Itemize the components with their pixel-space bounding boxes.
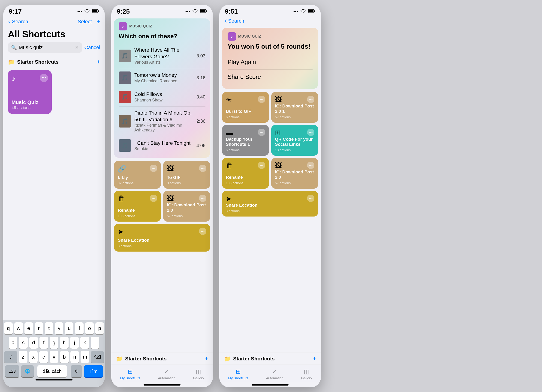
song-thumb-2: 🎵: [119, 71, 131, 84]
tab-automation-3[interactable]: ✓ Automation: [266, 368, 283, 380]
wifi-icon-3: [301, 9, 306, 14]
key-p[interactable]: p: [95, 322, 104, 334]
shortcut-more-button[interactable]: •••: [40, 74, 48, 82]
tab-gallery-3[interactable]: ◫ Gallery: [301, 368, 312, 380]
sc-location3-actions: 3 actions: [226, 209, 314, 213]
sc-card-backup[interactable]: ▬••• Backup Your Shortcuts 16 actions: [222, 125, 269, 156]
sc-burst-more[interactable]: •••: [258, 96, 265, 103]
search-input-wrap[interactable]: 🔍 Music quiz ✕: [8, 42, 82, 53]
add-button-1[interactable]: +: [97, 18, 100, 25]
key-backspace[interactable]: ⌫: [91, 351, 104, 363]
key-v[interactable]: v: [50, 351, 58, 363]
sc-card-location3[interactable]: ➤••• Share Location3 actions: [222, 191, 318, 217]
sc-bitly-more[interactable]: •••: [150, 165, 157, 172]
sc-card-location[interactable]: ➤••• Share Location3 actions: [114, 224, 210, 252]
key-j[interactable]: j: [70, 337, 79, 349]
search-cancel-button[interactable]: Cancel: [85, 44, 100, 51]
sc-ig203-more[interactable]: •••: [307, 162, 314, 169]
sc-ig203-name: IG: Download Post 2.0: [275, 170, 314, 180]
mq-share-score[interactable]: Share Score: [228, 70, 313, 84]
sc-card-rename3[interactable]: 🗑••• Rename106 actions: [222, 158, 269, 189]
ss-plus-3[interactable]: +: [313, 355, 316, 362]
section-add-button[interactable]: +: [97, 58, 100, 65]
sc-ig20-icon: 🖼: [167, 195, 174, 202]
sc-card-ig203[interactable]: 🖼••• IG: Download Post 2.057 actions: [271, 158, 318, 189]
sc-ig201-more[interactable]: •••: [307, 96, 314, 103]
tab-my-shortcuts-2[interactable]: ⊞ My Shortcuts: [120, 368, 140, 380]
key-f[interactable]: f: [39, 337, 48, 349]
key-i[interactable]: i: [75, 322, 84, 334]
shortcut-card-music-quiz[interactable]: ♪ ••• Music Quiz 49 actions: [8, 70, 52, 114]
key-shift[interactable]: ⇧: [4, 351, 17, 363]
home-indicator-2: [144, 384, 180, 386]
sc-qr-more[interactable]: •••: [307, 129, 314, 136]
key-q[interactable]: q: [4, 322, 13, 334]
sc-card-qr[interactable]: ⊞••• QR Code For your Social Links13 act…: [271, 125, 318, 156]
key-m[interactable]: m: [81, 351, 89, 363]
key-d[interactable]: d: [29, 337, 38, 349]
key-h[interactable]: h: [60, 337, 69, 349]
sc-rename3-actions: 106 actions: [226, 181, 265, 185]
folder-icon: 📁: [8, 59, 15, 65]
sc-card-ig201[interactable]: 🖼••• IG: Download Post 2.0 157 actions: [271, 92, 318, 123]
key-b[interactable]: b: [60, 351, 69, 363]
tab-automation-2[interactable]: ✓ Automation: [158, 368, 175, 380]
sc-card-ig20[interactable]: 🖼••• IG: Download Post 2.057 actions: [163, 191, 210, 222]
sc-location-more[interactable]: •••: [199, 228, 206, 235]
search-input[interactable]: Music quiz: [19, 44, 73, 51]
key-w[interactable]: w: [14, 322, 23, 334]
ss-folder-icon-3: 📁: [224, 355, 231, 362]
key-search[interactable]: Tìm: [84, 365, 103, 377]
key-n[interactable]: n: [70, 351, 79, 363]
sc-bitly-name: bit.ly: [118, 175, 157, 180]
key-space[interactable]: dấu cách: [37, 365, 67, 377]
key-o[interactable]: o: [85, 322, 94, 334]
song-item-3[interactable]: 🎵 Cold Pillows Shannon Shaw 3:40: [119, 87, 206, 106]
key-z[interactable]: z: [19, 351, 27, 363]
key-s[interactable]: s: [19, 337, 27, 349]
sc-card-burst[interactable]: ☀••• Burst to GIF6 actions: [222, 92, 269, 123]
sc-togif-more[interactable]: •••: [199, 165, 206, 172]
key-t[interactable]: t: [45, 322, 53, 334]
sc-ig201-name: IG: Download Post 2.0 1: [275, 104, 314, 114]
sc-rename-icon: 🗑: [118, 195, 125, 202]
song-item-5[interactable]: 🎵 I Can't Stay Here Tonight Smokie 4:06: [119, 136, 206, 155]
back-button-3[interactable]: Search: [224, 18, 244, 24]
sc-ig20-more[interactable]: •••: [199, 195, 206, 202]
keyboard: q w e r t y u i o p a s d f g h j k l ⇧ …: [3, 320, 105, 387]
wifi-icon-2: [193, 9, 198, 14]
key-g[interactable]: g: [50, 337, 58, 349]
ss-plus-2[interactable]: +: [205, 355, 208, 362]
key-u[interactable]: u: [65, 322, 73, 334]
song-item-1[interactable]: 🎵 Where Have All The Flowers Gone? Vario…: [119, 44, 206, 68]
sc-backup-more[interactable]: •••: [258, 129, 265, 136]
mq-play-again[interactable]: Play Again: [228, 55, 313, 70]
key-y[interactable]: y: [55, 322, 64, 334]
key-l[interactable]: l: [91, 337, 99, 349]
back-button-1[interactable]: Search: [8, 19, 28, 25]
search-clear-icon[interactable]: ✕: [75, 45, 79, 50]
key-a[interactable]: a: [9, 337, 17, 349]
song-item-2[interactable]: 🎵 Tomorrow's Money My Chemical Romance 3…: [119, 68, 206, 87]
key-c[interactable]: c: [39, 351, 48, 363]
sc-rename3-more[interactable]: •••: [258, 162, 265, 169]
sc-location3-more[interactable]: •••: [307, 195, 314, 202]
sc-card-bitly[interactable]: 🔗••• bit.ly92 actions: [114, 161, 161, 189]
key-globe[interactable]: 🌐: [21, 365, 34, 377]
tab-my-shortcuts-3[interactable]: ⊞ My Shortcuts: [228, 368, 248, 380]
key-r[interactable]: r: [35, 322, 43, 334]
sc-location-actions: 3 actions: [118, 244, 206, 248]
key-k[interactable]: k: [80, 337, 89, 349]
select-button[interactable]: Select: [78, 19, 92, 25]
sc-rename-more[interactable]: •••: [150, 195, 157, 202]
key-123[interactable]: 123: [5, 365, 19, 377]
tab-gallery-2[interactable]: ◫ Gallery: [193, 368, 204, 380]
key-x[interactable]: x: [29, 351, 38, 363]
mq-icon-3: ♪: [228, 32, 236, 41]
sc-card-rename[interactable]: 🗑••• Rename106 actions: [114, 191, 161, 222]
key-e[interactable]: e: [24, 322, 33, 334]
sc-card-togif[interactable]: 🖼••• To GIF3 actions: [163, 161, 210, 189]
battery-icon-3: [308, 9, 315, 14]
song-item-4[interactable]: 🎵 Piano Trio in A Minor, Op. 50: II. Var…: [119, 106, 206, 136]
key-mic[interactable]: 🎙: [71, 365, 82, 377]
